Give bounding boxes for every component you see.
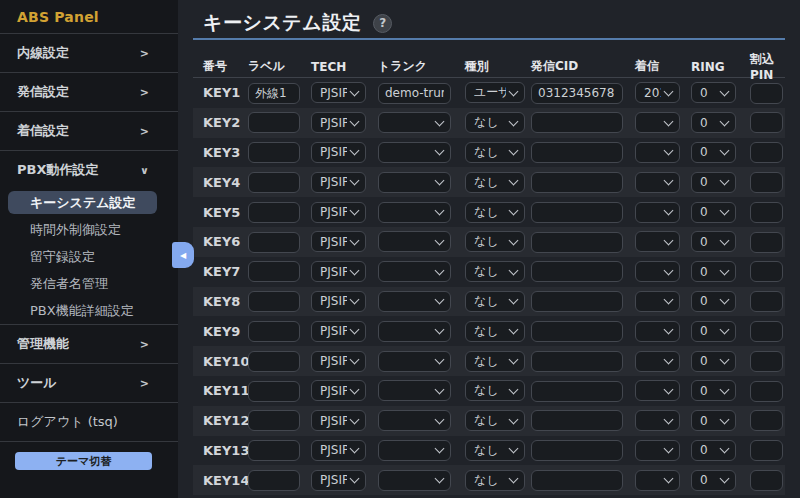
sidebar-item[interactable]: ツール> — [0, 364, 178, 402]
pin-input[interactable] — [750, 261, 783, 282]
ring-select[interactable]: 0 — [691, 172, 736, 193]
type-select[interactable]: なし — [465, 380, 525, 401]
trunk-select[interactable] — [378, 380, 451, 401]
pin-input[interactable] — [750, 381, 783, 402]
pin-input[interactable] — [750, 470, 783, 491]
tech-select[interactable]: PJSIP — [311, 380, 366, 401]
ring-select[interactable]: 0 — [691, 82, 736, 103]
tech-select[interactable]: PJSIP — [311, 291, 366, 312]
tech-select[interactable]: PJSIP — [311, 321, 366, 342]
tech-select[interactable]: PJSIP — [311, 142, 366, 163]
sidebar-item[interactable]: 着信設定> — [0, 112, 178, 150]
type-select[interactable]: なし — [465, 261, 525, 282]
type-select[interactable]: なし — [465, 202, 525, 223]
tech-select[interactable]: PJSIP — [311, 261, 366, 282]
trunk-input[interactable] — [378, 83, 451, 104]
trunk-select[interactable] — [378, 202, 451, 223]
pin-input[interactable] — [750, 83, 783, 104]
label-input[interactable] — [248, 291, 300, 312]
type-select[interactable]: ユーザ — [465, 82, 525, 103]
type-select[interactable]: なし — [465, 231, 525, 252]
pin-input[interactable] — [750, 410, 783, 431]
pin-input[interactable] — [750, 440, 783, 461]
label-input[interactable] — [248, 351, 300, 372]
ring-select[interactable]: 0 — [691, 202, 736, 223]
pin-input[interactable] — [750, 351, 783, 372]
cid-input[interactable] — [531, 440, 623, 461]
label-input[interactable] — [248, 172, 300, 193]
tech-select[interactable]: PJSIP — [311, 470, 366, 491]
label-input[interactable] — [248, 112, 300, 133]
tech-select[interactable]: PJSIP — [311, 82, 366, 103]
incoming-select[interactable] — [635, 261, 680, 282]
incoming-select[interactable] — [635, 470, 680, 491]
ring-select[interactable]: 0 — [691, 380, 736, 401]
trunk-select[interactable] — [378, 142, 451, 163]
sidebar-item[interactable]: PBX動作設定∨ — [0, 151, 178, 189]
sidebar-item[interactable]: ログアウト (tsq) — [0, 403, 178, 441]
incoming-select[interactable] — [635, 440, 680, 461]
trunk-select[interactable] — [378, 261, 451, 282]
cid-input[interactable] — [531, 112, 623, 133]
label-input[interactable] — [248, 440, 300, 461]
incoming-select[interactable] — [635, 321, 680, 342]
tech-select[interactable]: PJSIP — [311, 172, 366, 193]
tech-select[interactable]: PJSIP — [311, 231, 366, 252]
label-input[interactable] — [248, 83, 300, 104]
trunk-select[interactable] — [378, 291, 451, 312]
sidebar-subitem[interactable]: PBX機能詳細設定 — [0, 297, 178, 324]
type-select[interactable]: なし — [465, 351, 525, 372]
cid-input[interactable] — [531, 351, 623, 372]
trunk-select[interactable] — [378, 410, 451, 431]
incoming-select[interactable] — [635, 351, 680, 372]
incoming-select[interactable] — [635, 112, 680, 133]
ring-select[interactable]: 0 — [691, 142, 736, 163]
pin-input[interactable] — [750, 202, 783, 223]
label-input[interactable] — [248, 470, 300, 491]
tech-select[interactable]: PJSIP — [311, 440, 366, 461]
ring-select[interactable]: 0 — [691, 440, 736, 461]
incoming-select[interactable] — [635, 410, 680, 431]
pin-input[interactable] — [750, 321, 783, 342]
pin-input[interactable] — [750, 142, 783, 163]
sidebar-item[interactable]: 発信設定> — [0, 73, 178, 111]
cid-input[interactable] — [531, 381, 623, 402]
pin-input[interactable] — [750, 291, 783, 312]
ring-select[interactable]: 0 — [691, 261, 736, 282]
trunk-select[interactable] — [378, 112, 451, 133]
sidebar-item[interactable]: 内線設定> — [0, 34, 178, 72]
sidebar-subitem[interactable]: 発信者名管理 — [0, 270, 178, 297]
cid-input[interactable] — [531, 232, 623, 253]
trunk-select[interactable] — [378, 470, 451, 491]
type-select[interactable]: なし — [465, 470, 525, 491]
incoming-select[interactable] — [635, 291, 680, 312]
tech-select[interactable]: PJSIP — [311, 202, 366, 223]
cid-input[interactable] — [531, 321, 623, 342]
pin-input[interactable] — [750, 112, 783, 133]
sidebar-collapse-button[interactable]: ◀ — [172, 242, 194, 268]
ring-select[interactable]: 0 — [691, 351, 736, 372]
cid-input[interactable] — [531, 291, 623, 312]
pin-input[interactable] — [750, 232, 783, 253]
ring-select[interactable]: 0 — [691, 231, 736, 252]
trunk-select[interactable] — [378, 351, 451, 372]
sidebar-subitem[interactable]: 留守録設定 — [0, 243, 178, 270]
cid-input[interactable] — [531, 202, 623, 223]
incoming-select[interactable] — [635, 231, 680, 252]
label-input[interactable] — [248, 410, 300, 431]
type-select[interactable]: なし — [465, 291, 525, 312]
sidebar-subitem-active[interactable]: キーシステム設定 — [8, 191, 157, 214]
incoming-select[interactable] — [635, 380, 680, 401]
label-input[interactable] — [248, 381, 300, 402]
cid-input[interactable] — [531, 142, 623, 163]
cid-input[interactable] — [531, 83, 623, 104]
trunk-select[interactable] — [378, 440, 451, 461]
help-icon[interactable]: ? — [373, 14, 392, 33]
incoming-select[interactable]: 201 — [635, 82, 680, 103]
type-select[interactable]: なし — [465, 410, 525, 431]
incoming-select[interactable] — [635, 142, 680, 163]
pin-input[interactable] — [750, 172, 783, 193]
label-input[interactable] — [248, 261, 300, 282]
label-input[interactable] — [248, 202, 300, 223]
theme-toggle-button[interactable]: テーマ切替 — [15, 452, 152, 470]
